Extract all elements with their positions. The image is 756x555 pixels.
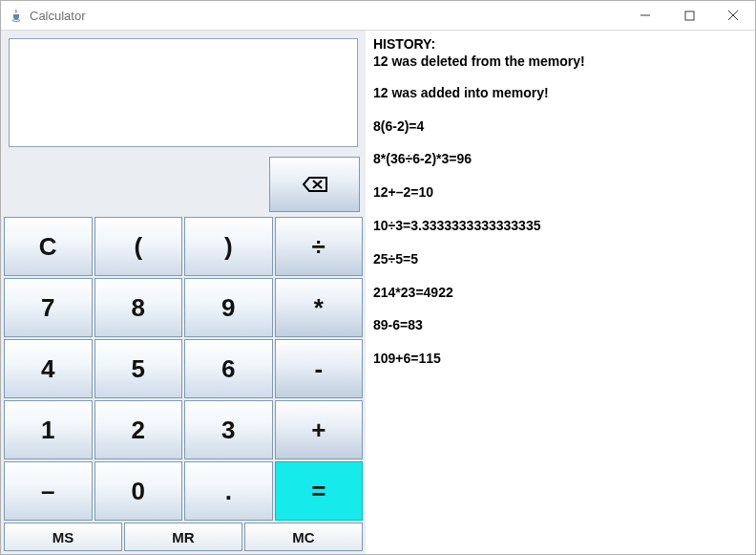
history-panel: HISTORY: 12 was deleted from the memory!… <box>366 31 755 554</box>
history-entry: 214*23=4922 <box>373 285 747 301</box>
backspace-icon <box>302 170 328 200</box>
equals-button[interactable]: = <box>275 461 364 521</box>
window-title: Calculator <box>30 9 86 23</box>
history-entry-text: 10÷3=3.3333333333333335 <box>373 218 747 234</box>
svg-point-0 <box>12 20 20 22</box>
history-entry-text: 8(6-2)=4 <box>373 118 747 135</box>
decimal-button[interactable]: . <box>184 461 273 521</box>
history-entry: 109+6=115 <box>373 351 747 367</box>
plus-button[interactable]: + <box>275 400 364 459</box>
history-entry: 89-6=83 <box>373 317 747 333</box>
digit-4-button[interactable]: 4 <box>4 339 93 398</box>
memory-store-button[interactable]: MS <box>4 523 122 551</box>
svg-rect-2 <box>685 11 694 20</box>
history-entry-text: 109+6=115 <box>373 351 747 367</box>
memory-clear-button[interactable]: MC <box>244 523 363 551</box>
history-entry: 12 was deleted from the memory! <box>373 53 747 70</box>
history-entry-text: 8*(36÷6-2)*3=96 <box>373 151 747 167</box>
history-entry-text: 12 was deleted from the memory! <box>373 53 747 70</box>
digit-2-button[interactable]: 2 <box>94 400 183 459</box>
minimize-button[interactable] <box>623 1 667 30</box>
digit-7-button[interactable]: 7 <box>4 278 93 337</box>
lparen-button[interactable]: ( <box>94 217 183 276</box>
display-output <box>9 38 358 147</box>
titlebar: Calculator <box>1 1 755 31</box>
maximize-button[interactable] <box>667 1 711 30</box>
history-entry: 25÷5=5 <box>373 251 747 267</box>
rparen-button[interactable]: ) <box>184 217 273 276</box>
history-entry: 10÷3=3.3333333333333335 <box>373 218 747 234</box>
app-window: Calculator <box>0 0 756 555</box>
history-entry: 8(6-2)=4 <box>373 118 747 135</box>
negate-button[interactable]: – <box>4 461 93 521</box>
digit-0-button[interactable]: 0 <box>94 461 183 521</box>
backspace-button[interactable] <box>269 157 360 212</box>
digit-6-button[interactable]: 6 <box>184 339 273 398</box>
digit-8-button[interactable]: 8 <box>94 278 183 337</box>
calculator-panel: C ( ) ÷ 7 8 9 * 4 5 6 - <box>1 31 366 554</box>
history-entry: 12 was added into memory! <box>373 85 747 101</box>
divide-button[interactable]: ÷ <box>275 217 364 276</box>
clear-button[interactable]: C <box>4 217 93 276</box>
history-entry-text: 12 was added into memory! <box>373 85 747 101</box>
digit-5-button[interactable]: 5 <box>94 339 183 398</box>
minus-button[interactable]: - <box>275 339 364 398</box>
history-list: 12 was deleted from the memory!12 was ad… <box>373 53 747 367</box>
history-entry-text: 89-6=83 <box>373 317 747 333</box>
close-button[interactable] <box>711 1 755 30</box>
history-entry: 12+–2=10 <box>373 184 747 201</box>
multiply-button[interactable]: * <box>275 278 364 337</box>
java-icon <box>9 8 24 23</box>
digit-3-button[interactable]: 3 <box>184 400 273 459</box>
memory-recall-button[interactable]: MR <box>124 523 242 551</box>
digit-1-button[interactable]: 1 <box>4 400 93 459</box>
history-entry-text: 12+–2=10 <box>373 184 747 201</box>
history-entry-text: 214*23=4922 <box>373 285 747 301</box>
history-entry-text: 25÷5=5 <box>373 251 747 267</box>
digit-9-button[interactable]: 9 <box>184 278 273 337</box>
history-title: HISTORY: <box>373 36 747 52</box>
history-entry: 8*(36÷6-2)*3=96 <box>373 151 747 167</box>
